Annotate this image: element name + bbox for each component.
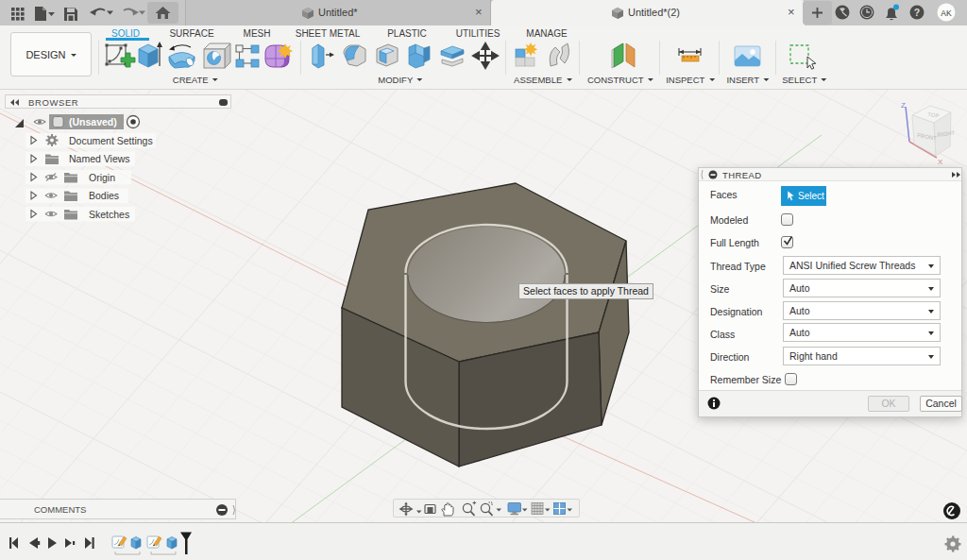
svg-text:AK: AK — [941, 8, 952, 18]
svg-text:THREAD: THREAD — [722, 170, 761, 180]
svg-text:(Unsaved): (Unsaved) — [69, 116, 117, 127]
svg-text:Bodies: Bodies — [89, 190, 119, 201]
svg-text:Document Settings: Document Settings — [69, 135, 153, 146]
svg-text:Origin: Origin — [89, 172, 115, 183]
svg-text:?: ? — [914, 7, 920, 18]
svg-text:BROWSER: BROWSER — [28, 97, 78, 108]
svg-text:Sketches: Sketches — [89, 209, 129, 220]
svg-text:X: X — [938, 158, 943, 166]
svg-text:Named Views: Named Views — [69, 153, 130, 164]
svg-text:Z: Z — [901, 101, 906, 110]
svg-text:RIGHT: RIGHT — [937, 129, 956, 138]
